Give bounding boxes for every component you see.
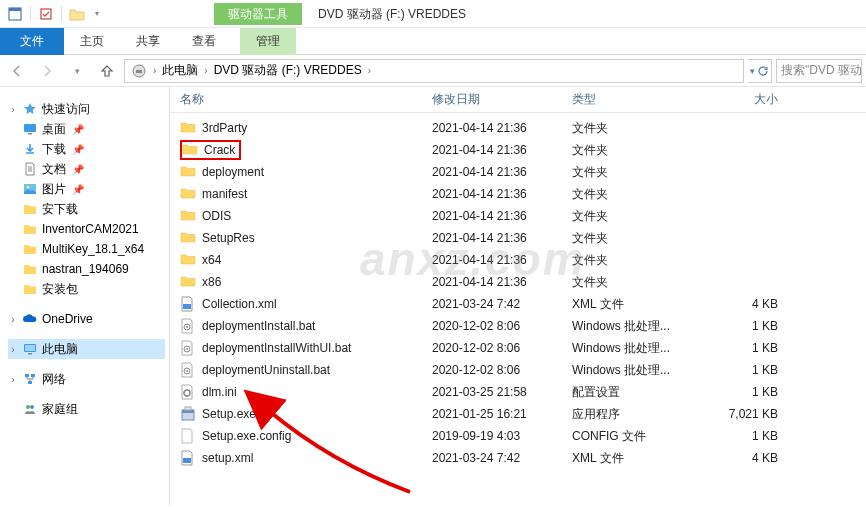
file-row[interactable]: Crack2021-04-14 21:36文件夹 <box>170 139 866 161</box>
chevron-right-icon[interactable]: › <box>366 65 373 76</box>
svg-rect-17 <box>183 304 191 309</box>
col-type[interactable]: 类型 <box>566 91 692 108</box>
file-name-cell: deployment <box>170 164 426 180</box>
file-row[interactable]: setup.xml2021-03-24 7:42XML 文件4 KB <box>170 447 866 469</box>
file-row[interactable]: manifest2021-04-14 21:36文件夹 <box>170 183 866 205</box>
file-row[interactable]: deploymentInstallWithUI.bat2020-12-02 8:… <box>170 337 866 359</box>
file-row[interactable]: dlm.ini2021-03-25 21:58配置设置1 KB <box>170 381 866 403</box>
download-icon <box>22 141 38 157</box>
file-type: 应用程序 <box>566 406 692 423</box>
col-date[interactable]: 修改日期 <box>426 91 566 108</box>
nav-up-icon[interactable] <box>94 59 120 83</box>
sidebar-documents[interactable]: 文档 📌 <box>8 159 165 179</box>
caret-icon: › <box>8 374 18 385</box>
file-row[interactable]: SetupRes2021-04-14 21:36文件夹 <box>170 227 866 249</box>
sidebar-anzhuang[interactable]: 安装包 <box>8 279 165 299</box>
breadcrumb-drive[interactable]: DVD 驱动器 (F:) VREDDES <box>210 60 366 82</box>
breadcrumb-this-pc[interactable]: 此电脑 <box>158 60 202 82</box>
file-size: 1 KB <box>692 363 792 377</box>
caret-icon: › <box>8 314 18 325</box>
col-size[interactable]: 大小 <box>692 91 792 108</box>
sidebar-network[interactable]: › 网络 <box>8 369 165 389</box>
file-type: 文件夹 <box>566 208 692 225</box>
sidebar-onedrive[interactable]: › OneDrive <box>8 309 165 329</box>
sidebar-desktop[interactable]: 桌面 📌 <box>8 119 165 139</box>
nav-forward-icon[interactable] <box>34 59 60 83</box>
file-date: 2021-04-14 21:36 <box>426 253 566 267</box>
nav-recent-icon[interactable]: ▾ <box>64 59 90 83</box>
bat-icon <box>180 318 196 334</box>
file-size: 4 KB <box>692 297 792 311</box>
svg-rect-5 <box>24 124 36 132</box>
folder-icon <box>182 142 198 158</box>
file-name-cell: 3rdParty <box>170 120 426 136</box>
app-menu-icon[interactable] <box>6 5 24 23</box>
file-type: 文件夹 <box>566 274 692 291</box>
properties-icon[interactable] <box>37 5 55 23</box>
chevron-right-icon[interactable]: › <box>151 65 158 76</box>
file-name: Setup.exe <box>202 407 256 421</box>
chevron-right-icon[interactable]: › <box>202 65 209 76</box>
file-name: deploymentUninstall.bat <box>202 363 330 377</box>
svg-rect-1 <box>9 8 21 11</box>
file-size: 4 KB <box>692 451 792 465</box>
sidebar-pictures[interactable]: 图片 📌 <box>8 179 165 199</box>
file-date: 2019-09-19 4:03 <box>426 429 566 443</box>
file-name: x86 <box>202 275 221 289</box>
file-row[interactable]: ODIS2021-04-14 21:36文件夹 <box>170 205 866 227</box>
nav-back-icon[interactable] <box>4 59 30 83</box>
column-headers: 名称 修改日期 类型 大小 <box>170 87 866 113</box>
network-icon <box>22 371 38 387</box>
file-row[interactable]: deploymentInstall.bat2020-12-02 8:06Wind… <box>170 315 866 337</box>
file-type: 文件夹 <box>566 164 692 181</box>
file-row[interactable]: deployment2021-04-14 21:36文件夹 <box>170 161 866 183</box>
file-name-cell: Setup.exe <box>170 406 426 422</box>
file-list: 名称 修改日期 类型 大小 3rdParty2021-04-14 21:36文件… <box>170 87 866 505</box>
file-date: 2021-04-14 21:36 <box>426 231 566 245</box>
sidebar-quick-access[interactable]: › 快速访问 <box>8 99 165 119</box>
search-input[interactable]: 搜索"DVD 驱动... <box>776 59 862 83</box>
breadcrumb-root-icon[interactable] <box>127 60 151 82</box>
window-title: DVD 驱动器 (F:) VREDDES <box>318 6 466 23</box>
config-icon <box>180 428 196 444</box>
tab-share[interactable]: 共享 <box>120 28 176 55</box>
bat-icon <box>180 340 196 356</box>
folder-icon <box>180 164 196 180</box>
tab-home[interactable]: 主页 <box>64 28 120 55</box>
tab-view[interactable]: 查看 <box>176 28 232 55</box>
sidebar-this-pc[interactable]: › 此电脑 <box>8 339 165 359</box>
sidebar-inventorcam[interactable]: InventorCAM2021 <box>8 219 165 239</box>
sidebar-anxia[interactable]: 安下载 <box>8 199 165 219</box>
file-name-cell: deploymentInstall.bat <box>170 318 426 334</box>
file-row[interactable]: x862021-04-14 21:36文件夹 <box>170 271 866 293</box>
qat-dropdown-icon[interactable]: ▾ <box>88 5 106 23</box>
breadcrumb-path[interactable]: › 此电脑 › DVD 驱动器 (F:) VREDDES › <box>124 59 744 83</box>
xml-icon <box>180 296 196 312</box>
refresh-icon[interactable]: ▾ <box>748 59 772 83</box>
folder-icon <box>22 241 38 257</box>
file-row[interactable]: Setup.exe.config2019-09-19 4:03CONFIG 文件… <box>170 425 866 447</box>
tab-manage[interactable]: 管理 <box>240 28 296 55</box>
file-row[interactable]: Setup.exe2021-01-25 16:21应用程序7,021 KB <box>170 403 866 425</box>
file-size: 1 KB <box>692 319 792 333</box>
sidebar-multikey[interactable]: MultiKey_18.1_x64 <box>8 239 165 259</box>
folder-icon <box>22 261 38 277</box>
file-date: 2021-03-24 7:42 <box>426 451 566 465</box>
sidebar-nastran[interactable]: nastran_194069 <box>8 259 165 279</box>
file-row[interactable]: Collection.xml2021-03-24 7:42XML 文件4 KB <box>170 293 866 315</box>
cloud-icon <box>22 311 38 327</box>
file-name: manifest <box>202 187 247 201</box>
tab-file[interactable]: 文件 <box>0 28 64 55</box>
file-name-cell: Setup.exe.config <box>170 428 426 444</box>
file-type: 文件夹 <box>566 120 692 137</box>
file-type: 文件夹 <box>566 142 692 159</box>
file-row[interactable]: x642021-04-14 21:36文件夹 <box>170 249 866 271</box>
sidebar-downloads[interactable]: 下载 📌 <box>8 139 165 159</box>
qat-folder-icon[interactable] <box>68 5 86 23</box>
sidebar-homegroup[interactable]: 家庭组 <box>8 399 165 419</box>
file-row[interactable]: 3rdParty2021-04-14 21:36文件夹 <box>170 117 866 139</box>
file-name-cell: setup.xml <box>170 450 426 466</box>
col-name[interactable]: 名称 <box>170 91 426 108</box>
file-row[interactable]: deploymentUninstall.bat2020-12-02 8:06Wi… <box>170 359 866 381</box>
file-size: 1 KB <box>692 341 792 355</box>
